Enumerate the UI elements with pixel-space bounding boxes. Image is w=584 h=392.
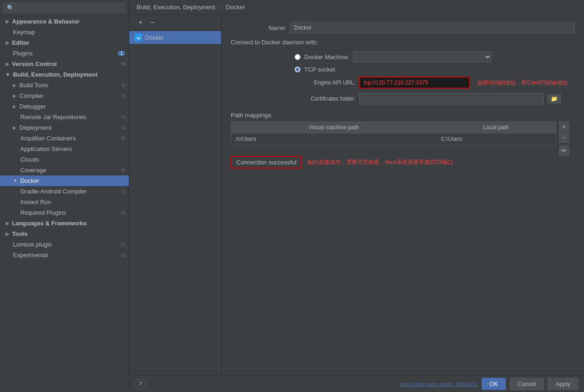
bottom-left: ?	[135, 379, 146, 390]
sidebar-item-build-tools[interactable]: ▶ Build Tools ⧉	[0, 80, 129, 90]
copy-icon: ⧉	[121, 61, 125, 67]
middle-section: + − 🐋 Docker Name: Connect to Docker dae…	[129, 15, 584, 375]
sidebar-item-lombok[interactable]: Lombok plugin ⧉	[0, 239, 129, 250]
copy-icon: ⧉	[121, 252, 125, 258]
bottom-right: https://blog.csdn.net/qq_36864012 OK Can…	[400, 378, 578, 390]
cert-label: Certificates folder:	[291, 96, 355, 102]
engine-api-label: Engine API URL:	[291, 79, 355, 86]
docker-machine-radio[interactable]	[295, 54, 301, 60]
status-badge: Connection successful	[231, 156, 302, 169]
sidebar-item-deployment[interactable]: ▶ Deployment ⧉	[0, 122, 129, 133]
path-mappings-table: Virtual machine path Local path /c/Users…	[231, 122, 556, 145]
name-input[interactable]	[290, 22, 575, 33]
docker-machine-row: Docker Machine:	[231, 51, 575, 62]
arrow-icon: ▶	[6, 40, 9, 45]
path-mappings-label: Path mappings:	[231, 112, 575, 119]
sidebar-item-required-plugins[interactable]: Required Plugins ⧉	[0, 207, 129, 218]
copy-icon: ⧉	[121, 93, 125, 99]
arrow-icon: ▶	[13, 104, 17, 109]
sidebar-item-instant-run[interactable]: Instant Run	[0, 197, 129, 207]
sidebar-item-editor[interactable]: ▶ Editor	[0, 37, 129, 48]
remove-row-button[interactable]: −	[559, 133, 569, 143]
arrow-icon: ▼	[6, 72, 10, 77]
sidebar-item-plugins[interactable]: Plugins 1	[0, 48, 129, 59]
sidebar-item-remote-jar[interactable]: Remote Jar Repositories ⧉	[0, 112, 129, 122]
arrow-icon: ▶	[6, 231, 9, 236]
copy-icon: ⧉	[121, 114, 125, 120]
docker-machine-select[interactable]	[353, 51, 492, 62]
sidebar-item-docker[interactable]: ▼ Docker	[0, 175, 129, 186]
sidebar-item-arquillian[interactable]: Arquillian Containers ⧉	[0, 133, 129, 144]
cancel-button[interactable]: Cancel	[510, 378, 544, 390]
docker-list-item[interactable]: 🐋 Docker	[129, 31, 221, 44]
sidebar-item-experimental[interactable]: Experimental ⧉	[0, 250, 129, 260]
sidebar-item-compiler[interactable]: ▶ Compiler ⧉	[0, 90, 129, 101]
folder-button[interactable]: 📁	[548, 94, 561, 103]
breadcrumb: Build, Execution, Deployment › Docker	[129, 0, 584, 15]
sidebar-item-debugger[interactable]: ▶ Debugger	[0, 101, 129, 112]
engine-api-annotation: 远程访问的地址，即CentOS的ip地址	[477, 79, 568, 87]
bottom-bar: ? https://blog.csdn.net/qq_36864012 OK C…	[129, 375, 584, 392]
content-area: Build, Execution, Deployment › Docker + …	[129, 0, 584, 392]
tcp-socket-radio[interactable]	[295, 66, 301, 72]
docker-icon: 🐋	[135, 34, 142, 41]
engine-api-row: Engine API URL: 远程访问的地址，即CentOS的ip地址	[291, 77, 575, 89]
sidebar-item-coverage[interactable]: Coverage ⧉	[0, 165, 129, 175]
arrow-icon: ▶	[13, 93, 17, 98]
sidebar-item-build-execution[interactable]: ▼ Build, Execution, Deployment	[0, 69, 129, 80]
sidebar-item-appearance[interactable]: ▶ Appearance & Behavior	[0, 16, 129, 27]
ok-button[interactable]: OK	[482, 378, 506, 390]
path-table-wrapper: Virtual machine path Local path /c/Users…	[231, 121, 556, 145]
sidebar-item-languages[interactable]: ▶ Languages & Frameworks	[0, 218, 129, 229]
help-button[interactable]: ?	[135, 379, 146, 390]
sidebar-tree: ▶ Appearance & Behavior Keymap ▶ Editor …	[0, 16, 129, 392]
copy-icon: ⧉	[121, 188, 125, 194]
remove-docker-button[interactable]: −	[148, 18, 156, 28]
local-path-cell: C:\Users	[436, 133, 556, 145]
arrow-icon: ▼	[13, 178, 18, 183]
add-docker-button[interactable]: +	[137, 18, 144, 28]
connect-section-label: Connect to Docker daemon with:	[231, 39, 575, 46]
sidebar-item-gradle-android[interactable]: Gradle-Android Compiler ⧉	[0, 186, 129, 197]
sidebar-item-tools[interactable]: ▶ Tools	[0, 229, 129, 239]
arrow-icon: ▶	[6, 221, 9, 226]
add-row-button[interactable]: +	[559, 121, 569, 132]
sidebar-item-clouds[interactable]: Clouds	[0, 154, 129, 165]
sidebar: ▶ Appearance & Behavior Keymap ▶ Editor …	[0, 0, 129, 392]
edit-row-button[interactable]: ✏	[559, 145, 569, 156]
plugins-badge: 1	[118, 51, 125, 56]
tcp-sub-fields: Engine API URL: 远程访问的地址，即CentOS的ip地址 Cer…	[231, 77, 575, 104]
blog-link[interactable]: https://blog.csdn.net/qq_36864012	[400, 381, 478, 387]
table-side-buttons: + − ✏	[559, 121, 569, 156]
copy-icon: ⧉	[121, 210, 125, 216]
search-box	[0, 0, 129, 16]
cert-input[interactable]	[359, 93, 544, 104]
name-row: Name:	[231, 22, 575, 33]
tcp-socket-row: TCP socket	[231, 66, 575, 73]
tcp-socket-label: TCP socket	[304, 66, 335, 73]
path-mappings-section: Path mappings: Virtual machine path Loca…	[231, 112, 575, 147]
status-annotation: 如此连接成功，需要注意的是，linux系统需要开放2375端口	[307, 158, 453, 166]
col-local-path: Local path	[436, 122, 556, 133]
search-input[interactable]	[4, 3, 125, 13]
docker-toolbar: + −	[129, 15, 221, 31]
breadcrumb-separator: ›	[219, 4, 221, 11]
engine-api-input[interactable]	[359, 77, 470, 89]
docker-machine-label: Docker Machine:	[304, 54, 349, 60]
cert-row: Certificates folder: 📁	[291, 93, 575, 104]
radio-group: Docker Machine: TCP socket	[231, 51, 575, 73]
arrow-icon: ▶	[6, 19, 9, 24]
arrow-icon: ▶	[13, 125, 17, 130]
docker-list-panel: + − 🐋 Docker	[129, 15, 222, 375]
vm-path-cell: /c/Users	[231, 133, 436, 145]
col-vm-path: Virtual machine path	[231, 122, 436, 133]
sidebar-item-app-servers[interactable]: Application Servers	[0, 144, 129, 154]
apply-button[interactable]: Apply	[548, 378, 578, 390]
sidebar-item-keymap[interactable]: Keymap	[0, 27, 129, 37]
copy-icon: ⧉	[121, 125, 125, 131]
arrow-icon: ▶	[6, 61, 9, 66]
copy-icon: ⧉	[121, 135, 125, 141]
sidebar-item-version-control[interactable]: ▶ Version Control ⧉	[0, 59, 129, 69]
copy-icon: ⧉	[121, 82, 125, 88]
copy-icon: ⧉	[121, 241, 125, 247]
